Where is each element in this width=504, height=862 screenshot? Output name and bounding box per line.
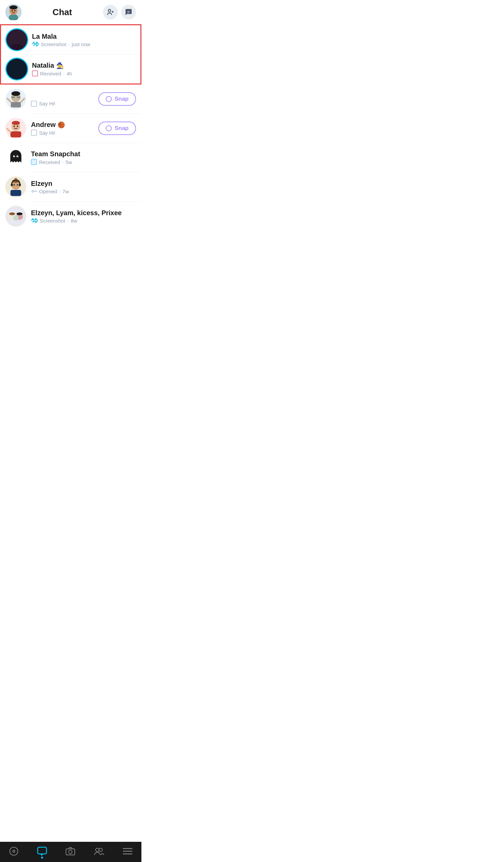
elzeyn-group-status: Screenshot · 8w [31, 218, 136, 224]
chat-item-natalia[interactable]: Natalia 🧙 Received · 4h [1, 54, 141, 83]
svg-point-5 [14, 10, 15, 11]
svg-point-36 [13, 184, 15, 185]
svg-point-45 [16, 212, 23, 215]
elzeyn-info: Elzeyn Opened · 7w [31, 180, 136, 194]
chat-item-elzeyn[interactable]: Elzeyn Opened · 7w [0, 172, 142, 201]
andrew-name: Andrew 🏀 [31, 121, 98, 129]
natalia-emoji: 🧙 [56, 62, 64, 69]
team-snapchat-info: Team Snapchat Received · 5w [31, 150, 136, 165]
la-mala-avatar [6, 29, 27, 50]
svg-rect-17 [17, 96, 20, 98]
chat-gray-icon [31, 101, 37, 107]
andrew-avatar [5, 118, 26, 139]
chat-item-andrew[interactable]: Andrew 🏀 Say Hi! Snap [0, 114, 142, 143]
elzeyn-name: Elzeyn [31, 180, 136, 187]
header: Chat [0, 0, 142, 24]
received-icon [32, 70, 38, 76]
svg-point-6 [108, 10, 111, 12]
svg-point-30 [17, 156, 18, 157]
elzeyn-group-avatar [5, 206, 26, 226]
la-mala-info: La Mala Screenshot · just now [32, 32, 135, 47]
team-snapchat-name: Team Snapchat [31, 150, 136, 158]
snap-btn-circle [106, 96, 112, 102]
snap-btn-circle [106, 125, 112, 131]
natalia-avatar [6, 58, 27, 79]
svg-point-3 [10, 5, 17, 10]
elzeyn-status: Opened · 7w [31, 188, 136, 194]
svg-point-4 [11, 10, 13, 11]
unknown1-snap-area: Snap [98, 92, 136, 106]
chat-lightblue-icon [31, 159, 37, 165]
elzeyn-group-info: Elzeyn, Lyam, kicess, Prixee Screenshot … [31, 209, 136, 224]
avatar-ring [5, 28, 28, 51]
la-mala-status: Screenshot · just now [32, 41, 135, 47]
unknown1-info: Say Hi! [31, 92, 98, 107]
chat-item-la-mala[interactable]: La Mala Screenshot · just now [1, 25, 141, 54]
chat-item-elzeyn-group[interactable]: Elzeyn, Lyam, kicess, Prixee Screenshot … [0, 202, 142, 231]
svg-rect-32 [11, 190, 21, 196]
svg-rect-16 [11, 96, 15, 98]
team-snapchat-status: Received · 5w [31, 159, 136, 165]
svg-marker-40 [31, 189, 37, 193]
unknown1-avatar [5, 89, 26, 109]
chat-item-team-snapchat[interactable]: Team Snapchat Received · 5w [0, 143, 142, 172]
profile-avatar[interactable] [5, 4, 22, 20]
svg-rect-21 [11, 131, 21, 138]
andrew-status: Say Hi! [31, 130, 98, 136]
svg-point-23 [12, 121, 20, 125]
elzeyn-group-name: Elzeyn, Lyam, kicess, Prixee [31, 209, 136, 217]
opened-icon [31, 189, 37, 194]
chat-gray-icon [31, 130, 37, 136]
svg-rect-38 [11, 183, 13, 186]
svg-point-46 [13, 215, 18, 221]
svg-point-43 [9, 212, 15, 215]
unknown1-status: Say Hi! [31, 101, 98, 107]
la-mala-name: La Mala [32, 32, 135, 40]
new-chat-button[interactable] [121, 5, 136, 19]
elzeyn-avatar [5, 177, 26, 197]
chat-item-unknown1[interactable]: Say Hi! Snap [0, 84, 142, 114]
svg-rect-13 [11, 102, 21, 107]
avatar-ring [5, 57, 28, 80]
svg-point-24 [13, 126, 15, 127]
add-friend-button[interactable] [103, 5, 118, 19]
chat-list: La Mala Screenshot · just now [0, 24, 142, 231]
natalia-status: Received · 4h [32, 70, 135, 76]
svg-point-25 [17, 126, 18, 127]
ghost-icon [5, 147, 26, 168]
svg-rect-39 [19, 183, 21, 186]
snap-button-andrew[interactable]: Snap [98, 121, 136, 135]
natalia-info: Natalia 🧙 Received · 4h [32, 62, 135, 76]
screenshot-icon [31, 218, 38, 223]
highlighted-section: La Mala Screenshot · just now [0, 24, 142, 84]
natalia-name: Natalia 🧙 [32, 62, 135, 69]
unknown1-name [31, 92, 98, 100]
svg-point-37 [17, 184, 18, 185]
andrew-snap-area: Snap [98, 121, 136, 135]
header-left [5, 4, 22, 20]
header-right [103, 5, 136, 19]
team-snapchat-avatar [5, 147, 26, 168]
andrew-info: Andrew 🏀 Say Hi! [31, 121, 98, 136]
svg-point-15 [11, 91, 20, 96]
andrew-emoji: 🏀 [57, 121, 65, 129]
snap-button-unknown1[interactable]: Snap [98, 92, 136, 106]
screenshot-icon [32, 41, 39, 47]
svg-point-29 [14, 156, 15, 157]
page-title: Chat [22, 7, 103, 17]
